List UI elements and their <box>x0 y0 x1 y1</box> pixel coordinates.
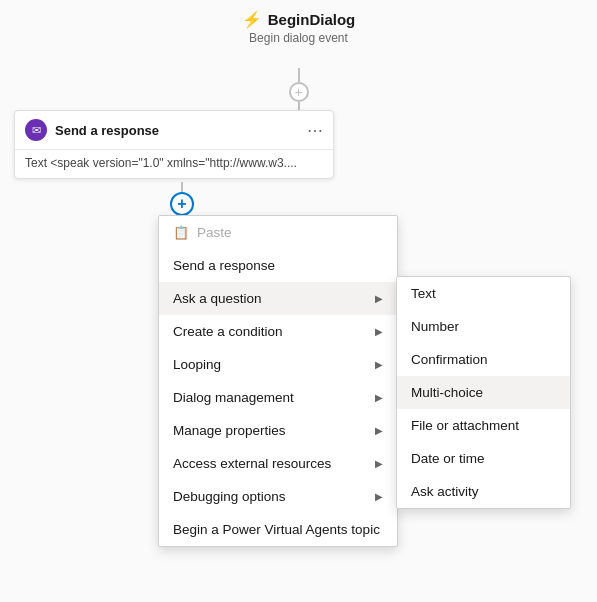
menu-item-paste: 📋 Paste <box>159 216 397 249</box>
paste-label: Paste <box>197 225 232 240</box>
response-card-body: Text <speak version="1.0" xmlns="http://… <box>15 150 333 178</box>
manage-properties-chevron: ▶ <box>375 425 383 436</box>
submenu-item-confirmation[interactable]: Confirmation <box>397 343 570 376</box>
access-external-label: Access external resources <box>173 456 331 471</box>
manage-properties-left: Manage properties <box>173 423 286 438</box>
paste-icon: 📋 <box>173 225 189 240</box>
response-card: ✉ Send a response ⋯ Text <speak version=… <box>14 110 334 179</box>
submenu-item-multi-choice[interactable]: Multi-choice <box>397 376 570 409</box>
canvas: ⚡ BeginDialog Begin dialog event + ✉ Sen… <box>0 0 597 602</box>
context-menu: 📋 Paste Send a response Ask a question ▶… <box>158 215 398 547</box>
menu-item-begin-pva[interactable]: Begin a Power Virtual Agents topic <box>159 513 397 546</box>
top-plus-circle[interactable]: + <box>289 82 309 102</box>
node-title-row: ⚡ BeginDialog <box>242 10 356 29</box>
response-card-header: ✉ Send a response ⋯ <box>15 111 333 150</box>
submenu-date-time-label: Date or time <box>411 451 485 466</box>
dialog-management-left: Dialog management <box>173 390 294 405</box>
begin-pva-left: Begin a Power Virtual Agents topic <box>173 522 380 537</box>
response-card-header-left: ✉ Send a response <box>25 119 159 141</box>
submenu-item-date-time[interactable]: Date or time <box>397 442 570 475</box>
access-external-left: Access external resources <box>173 456 331 471</box>
mid-connector: + <box>170 182 194 216</box>
menu-item-send-response[interactable]: Send a response <box>159 249 397 282</box>
submenu-text-label: Text <box>411 286 436 301</box>
debugging-chevron: ▶ <box>375 491 383 502</box>
submenu-number-label: Number <box>411 319 459 334</box>
ask-question-label: Ask a question <box>173 291 262 306</box>
send-response-left: Send a response <box>173 258 275 273</box>
debugging-label: Debugging options <box>173 489 286 504</box>
manage-properties-label: Manage properties <box>173 423 286 438</box>
submenu-confirmation-label: Confirmation <box>411 352 488 367</box>
submenu-item-file-attachment[interactable]: File or attachment <box>397 409 570 442</box>
menu-item-looping[interactable]: Looping ▶ <box>159 348 397 381</box>
access-external-chevron: ▶ <box>375 458 383 469</box>
menu-item-debugging[interactable]: Debugging options ▶ <box>159 480 397 513</box>
menu-item-ask-question[interactable]: Ask a question ▶ <box>159 282 397 315</box>
ask-question-chevron: ▶ <box>375 293 383 304</box>
submenu-ask-activity-label: Ask activity <box>411 484 479 499</box>
send-icon: ✉ <box>25 119 47 141</box>
debugging-left: Debugging options <box>173 489 286 504</box>
looping-chevron: ▶ <box>375 359 383 370</box>
send-response-label: Send a response <box>173 258 275 273</box>
submenu-multi-choice-label: Multi-choice <box>411 385 483 400</box>
paste-item-left: 📋 Paste <box>173 225 232 240</box>
submenu-item-text[interactable]: Text <box>397 277 570 310</box>
node-title-text: BeginDialog <box>268 11 356 28</box>
three-dots-button[interactable]: ⋯ <box>307 121 323 140</box>
submenu-item-number[interactable]: Number <box>397 310 570 343</box>
lightning-icon: ⚡ <box>242 10 262 29</box>
response-card-title: Send a response <box>55 123 159 138</box>
menu-item-access-external[interactable]: Access external resources ▶ <box>159 447 397 480</box>
looping-label: Looping <box>173 357 221 372</box>
create-condition-chevron: ▶ <box>375 326 383 337</box>
ask-question-left: Ask a question <box>173 291 262 306</box>
connector-line-top <box>298 68 300 82</box>
dialog-management-chevron: ▶ <box>375 392 383 403</box>
dialog-management-label: Dialog management <box>173 390 294 405</box>
submenu-item-ask-activity[interactable]: Ask activity <box>397 475 570 508</box>
begin-pva-label: Begin a Power Virtual Agents topic <box>173 522 380 537</box>
create-condition-label: Create a condition <box>173 324 283 339</box>
begin-dialog-node: ⚡ BeginDialog Begin dialog event <box>242 10 356 45</box>
send-icon-glyph: ✉ <box>32 124 41 137</box>
looping-left: Looping <box>173 357 221 372</box>
node-subtitle: Begin dialog event <box>249 31 348 45</box>
menu-item-create-condition[interactable]: Create a condition ▶ <box>159 315 397 348</box>
menu-item-dialog-management[interactable]: Dialog management ▶ <box>159 381 397 414</box>
create-condition-left: Create a condition <box>173 324 283 339</box>
submenu-file-attachment-label: File or attachment <box>411 418 519 433</box>
mid-plus-button[interactable]: + <box>170 192 194 216</box>
mid-line-v <box>181 182 183 192</box>
submenu: Text Number Confirmation Multi-choice Fi… <box>396 276 571 509</box>
menu-item-manage-properties[interactable]: Manage properties ▶ <box>159 414 397 447</box>
